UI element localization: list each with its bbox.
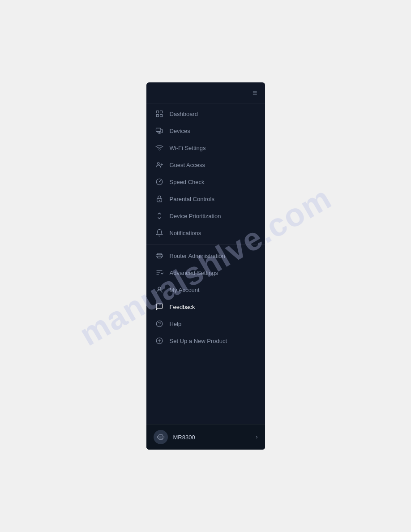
sidebar-item-wifi[interactable]: Wi-Fi Settings (146, 139, 265, 156)
sidebar-item-router-admin[interactable]: Router Administration (146, 247, 265, 264)
sidebar-label-notifications: Notifications (170, 230, 201, 236)
devices-icon (155, 127, 163, 135)
svg-point-5 (157, 163, 159, 165)
sidebar-label-advanced: Advanced Settings (170, 270, 218, 276)
router-chevron-icon: › (256, 434, 258, 440)
sidebar-item-advanced[interactable]: Advanced Settings (146, 264, 265, 281)
parental-icon (155, 195, 163, 203)
svg-rect-1 (160, 111, 162, 113)
advanced-icon (155, 269, 163, 277)
help-icon (155, 320, 163, 328)
sidebar-item-setup[interactable]: Set Up a New Product (146, 332, 265, 349)
sidebar-label-account: My Account (170, 287, 200, 293)
sidebar-item-notifications[interactable]: Notifications (146, 224, 265, 241)
sidebar: ≡ Dashboard Devices Wi-Fi Settings (146, 82, 265, 450)
svg-rect-0 (156, 111, 158, 113)
svg-rect-2 (156, 115, 158, 117)
svg-point-13 (159, 325, 159, 326)
svg-rect-3 (160, 115, 162, 117)
hamburger-menu-icon[interactable]: ≡ (253, 89, 258, 97)
sidebar-label-wifi: Wi-Fi Settings (170, 145, 206, 151)
sidebar-label-help: Help (170, 321, 182, 327)
nav-list: Dashboard Devices Wi-Fi Settings Guest A… (146, 103, 265, 424)
svg-rect-4 (156, 128, 161, 132)
notifications-icon (155, 229, 163, 237)
guest-icon (155, 161, 163, 169)
svg-point-7 (158, 181, 159, 182)
sidebar-label-dashboard: Dashboard (170, 111, 198, 117)
router-admin-icon (155, 252, 163, 260)
priority-icon (155, 212, 163, 220)
sidebar-label-devices: Devices (170, 128, 190, 134)
sidebar-item-devices[interactable]: Devices (146, 122, 265, 139)
sidebar-item-parental[interactable]: Parental Controls (146, 190, 265, 207)
svg-point-9 (158, 200, 159, 201)
dashboard-icon (155, 110, 163, 118)
sidebar-item-feedback[interactable]: Feedback (146, 298, 265, 315)
sidebar-item-dashboard[interactable]: Dashboard (146, 105, 265, 122)
sidebar-label-guest: Guest Access (170, 162, 205, 168)
router-name: MR8300 (173, 434, 251, 441)
sidebar-item-speed[interactable]: Speed Check (146, 173, 265, 190)
sidebar-label-router-admin: Router Administration (170, 253, 225, 259)
sidebar-label-speed: Speed Check (170, 179, 205, 185)
svg-point-12 (156, 321, 163, 327)
sidebar-label-feedback: Feedback (170, 304, 195, 310)
wifi-icon (155, 144, 163, 152)
sidebar-label-parental: Parental Controls (170, 196, 214, 202)
sidebar-item-help[interactable]: Help (146, 315, 265, 332)
nav-divider-1 (146, 244, 265, 245)
sidebar-item-priority[interactable]: Device Prioritization (146, 207, 265, 224)
sidebar-item-account[interactable]: My Account (146, 281, 265, 298)
svg-point-11 (158, 287, 161, 290)
sidebar-label-priority: Device Prioritization (170, 213, 221, 219)
speed-icon (155, 178, 163, 186)
add-icon (155, 337, 163, 345)
sidebar-label-setup: Set Up a New Product (170, 338, 227, 344)
router-footer[interactable]: MR8300 › (146, 424, 265, 450)
router-avatar (154, 430, 168, 444)
account-icon (155, 286, 163, 294)
feedback-icon (155, 303, 163, 311)
sidebar-header: ≡ (146, 82, 265, 103)
sidebar-item-guest[interactable]: Guest Access (146, 156, 265, 173)
